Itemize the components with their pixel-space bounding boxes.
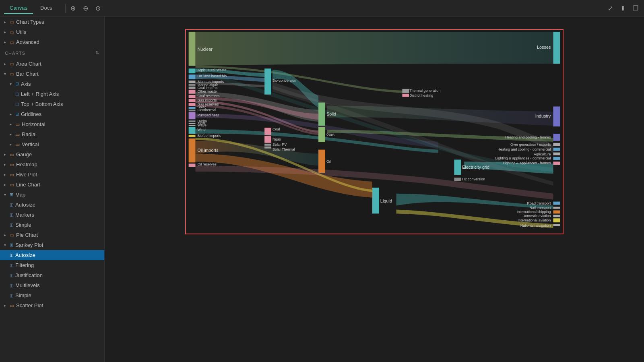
- sidebar-item-left-right-axis[interactable]: ◫ Left + Right Axis: [0, 89, 104, 99]
- arrow-icon: [4, 152, 9, 157]
- label-intl-aviation: International aviation: [518, 218, 551, 222]
- label-wave: Wave: [197, 123, 206, 127]
- node-coal-reserves: [189, 95, 196, 98]
- file-icon: ◫: [10, 213, 13, 217]
- sidebar-item-line-chart[interactable]: ▭ Line Chart: [0, 180, 104, 190]
- label-pumped-heat: Pumped heat: [197, 113, 219, 117]
- sidebar-item-bar-chart[interactable]: ▭ Bar Chart: [0, 69, 104, 79]
- arrow-icon: [10, 122, 14, 126]
- label-gas-imports: Gas imports: [197, 98, 217, 102]
- arrow-icon: [4, 72, 9, 76]
- sidebar-item-sankey-plot[interactable]: ⊞ Sankey Plot: [0, 240, 104, 250]
- label-liquid: Liquid: [380, 199, 392, 203]
- sidebar-item-gauge[interactable]: ▭ Gauge: [0, 149, 104, 159]
- label-oil-imports: Oil imports: [197, 148, 219, 153]
- sankey-svg: Nuclear Agricultural 'waste' UK land bas…: [186, 30, 563, 234]
- folder-icon: ▭: [10, 182, 14, 188]
- sidebar-item-hive-plot[interactable]: ▭ Hive Plot: [0, 170, 104, 180]
- label-intl-shipping: International shipping: [517, 210, 551, 214]
- node-marine: [189, 84, 196, 86]
- file-icon: ◫: [10, 253, 13, 257]
- sidebar-item-advanced[interactable]: ▭ Advanced: [0, 37, 104, 47]
- label-wind: Wind: [197, 128, 205, 132]
- arrow-icon: [10, 142, 14, 147]
- label-gas: Gas: [326, 132, 335, 137]
- node-solar-pv: [264, 144, 271, 146]
- expand-button[interactable]: ⤢: [606, 3, 615, 14]
- label-ngas: Ngas: [272, 137, 281, 141]
- sidebar-item-axis[interactable]: ⊞ Axis: [0, 79, 104, 89]
- label-other-waste: Other waste: [197, 89, 217, 93]
- folder-icon: ▭: [10, 71, 14, 77]
- arrow-icon: [10, 82, 14, 86]
- node-intl-shipping: [553, 210, 560, 213]
- sidebar-item-utils[interactable]: ▭ Utils: [0, 27, 104, 37]
- folder-icon: ▭: [10, 29, 14, 35]
- share-button[interactable]: ⬆: [619, 3, 627, 14]
- arrow-icon: [4, 303, 9, 308]
- node-nuclear: [189, 32, 196, 66]
- folder-icon: ▭: [10, 172, 14, 178]
- sidebar-item-sankey-simple[interactable]: ◫ Simple: [0, 290, 104, 300]
- label-solar-thermal: Solar Thermal: [272, 147, 295, 151]
- sidebar-item-heatmap[interactable]: ▭ Heatmap: [0, 159, 104, 170]
- arrow-icon: [4, 20, 9, 24]
- sidebar-item-scatter-plot[interactable]: ▭ Scatter Plot: [0, 300, 104, 310]
- folder-icon: ▭: [15, 142, 20, 147]
- charts-section-header: CHARTS ⇅: [0, 47, 104, 59]
- node-biofuel: [189, 135, 196, 137]
- sidebar-item-map-simple[interactable]: ◫ Simple: [0, 220, 104, 230]
- sidebar-item-gridlines[interactable]: ⊞ Gridlines: [0, 109, 104, 119]
- node-liquid: [372, 188, 379, 213]
- label-overgen: Over generation / exports: [510, 143, 551, 147]
- tab-docs[interactable]: Docs: [35, 2, 58, 14]
- sidebar-item-top-bottom-axis[interactable]: ◫ Top + Bottom Axis: [0, 99, 104, 109]
- node-geothermal: [189, 110, 196, 111]
- node-oil-imports: [189, 139, 196, 163]
- node-wave: [189, 125, 196, 126]
- sidebar-item-map[interactable]: ⊞ Map: [0, 190, 104, 200]
- node-thermal-gen: [402, 89, 409, 93]
- node-losses: [553, 32, 560, 64]
- zoom-in-button[interactable]: ⊕: [69, 3, 77, 14]
- folder-icon: ▭: [10, 39, 14, 45]
- label-geothermal: Geothermal: [197, 108, 216, 112]
- canvas-area: Nuclear Agricultural 'waste' UK land bas…: [105, 17, 644, 362]
- sidebar-item-vertical[interactable]: ▭ Vertical: [0, 139, 104, 149]
- sidebar-item-area-chart[interactable]: ▭ Area Chart: [0, 59, 104, 69]
- tab-canvas[interactable]: Canvas: [4, 2, 33, 14]
- node-natl-nav: [553, 224, 560, 226]
- sidebar-item-map-autosize[interactable]: ◫ Autosize: [0, 200, 104, 210]
- node-solid: [318, 103, 325, 126]
- file-icon: ◫: [10, 273, 13, 277]
- node-solar: [189, 107, 196, 109]
- label-elec-grid: Electricity grid: [462, 165, 489, 170]
- sidebar-item-horizontal[interactable]: ▭ Horizontal: [0, 119, 104, 129]
- node-overgen: [553, 143, 560, 146]
- label-solar-pv: Solar PV: [272, 143, 287, 147]
- label-light-commercial: Lighting & appliances - commercial: [495, 156, 551, 160]
- sidebar-item-chart-types[interactable]: ▭ Chart Types: [0, 17, 104, 27]
- node-light-homes: [553, 161, 560, 165]
- zoom-out-button[interactable]: ⊖: [81, 3, 90, 14]
- sidebar-item-sankey-multilevels[interactable]: ◫ Multilevels: [0, 280, 104, 290]
- sidebar-item-radial[interactable]: ▭ Radial: [0, 129, 104, 139]
- sidebar-item-map-markers[interactable]: ◫ Markers: [0, 210, 104, 220]
- fullscreen-button[interactable]: ❐: [631, 3, 640, 14]
- arrow-icon: [4, 40, 9, 44]
- file-icon: ◫: [15, 92, 19, 96]
- sidebar-item-pie-chart[interactable]: ▭ Pie Chart: [0, 230, 104, 240]
- node-oil-mid: [318, 150, 325, 173]
- nav-tabs: Canvas Docs: [4, 2, 58, 14]
- sidebar-item-sankey-filtering[interactable]: ◫ Filtering: [0, 260, 104, 270]
- node-intl-aviation: [553, 218, 560, 222]
- sankey-chart: Nuclear Agricultural 'waste' UK land bas…: [185, 29, 564, 234]
- sidebar-item-sankey-autosize[interactable]: ◫ Autosize: [0, 250, 104, 260]
- sidebar-item-sankey-justification[interactable]: ◫ Justification: [0, 270, 104, 280]
- label-biofuel: Biofuel imports: [197, 134, 221, 138]
- label-losses: Losses: [537, 45, 551, 50]
- zoom-fit-button[interactable]: ⊙: [94, 3, 102, 14]
- sort-icon[interactable]: ⇅: [95, 50, 99, 56]
- node-wind: [189, 127, 196, 134]
- node-bio-conversion: [264, 68, 271, 94]
